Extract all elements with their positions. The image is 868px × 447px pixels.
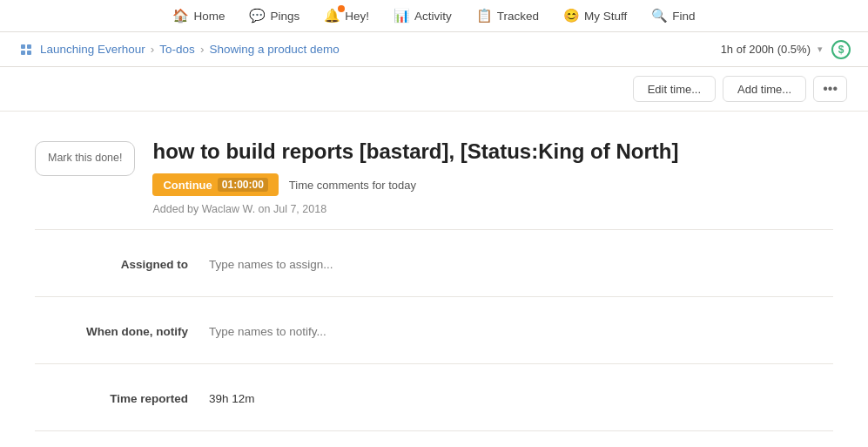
nav-find-label: Find bbox=[672, 10, 695, 23]
divider bbox=[35, 229, 833, 230]
nav-home[interactable]: 🏠 Home bbox=[160, 0, 237, 32]
time-progress-text: 1h of 200h (0.5%) bbox=[721, 43, 811, 56]
time-reported-row: Time reported 39h 12m bbox=[35, 378, 833, 417]
task-actions: Continue 01:00:00 Time comments for toda… bbox=[152, 173, 833, 196]
when-done-label: When done, notify bbox=[35, 320, 209, 338]
add-time-button[interactable]: Add time... bbox=[723, 76, 806, 102]
when-done-input[interactable] bbox=[209, 325, 833, 338]
pings-icon: 💬 bbox=[249, 8, 266, 24]
nav-tracked-label: Tracked bbox=[497, 10, 539, 23]
breadcrumb-sep-1: › bbox=[151, 43, 155, 56]
divider-3 bbox=[35, 363, 833, 364]
breadcrumb: Launching Everhour › To-dos › Showing a … bbox=[21, 43, 340, 56]
home-icon: 🏠 bbox=[172, 8, 189, 24]
breadcrumb-section[interactable]: To-dos bbox=[159, 43, 195, 56]
nav-activity-label: Activity bbox=[414, 10, 452, 23]
assigned-to-value bbox=[209, 253, 833, 271]
nav-pings[interactable]: 💬 Pings bbox=[237, 0, 312, 32]
task-title: how to build reports [bastard], [Status:… bbox=[152, 138, 833, 165]
breadcrumb-current: Showing a product demo bbox=[209, 43, 339, 56]
nav-hey[interactable]: 🔔 Hey! bbox=[312, 0, 381, 32]
breadcrumb-project[interactable]: Launching Everhour bbox=[40, 43, 145, 56]
nav-mystuff[interactable]: 😊 My Stuff bbox=[551, 0, 639, 32]
time-reported-label: Time reported bbox=[35, 387, 209, 405]
hey-badge bbox=[338, 5, 345, 12]
breadcrumb-right: 1h of 200h (0.5%) ▾ $ bbox=[721, 40, 851, 59]
task-detail: Mark this done! how to build reports [ba… bbox=[0, 112, 868, 447]
breadcrumb-sep-2: › bbox=[200, 43, 205, 56]
assigned-to-row: Assigned to bbox=[35, 244, 833, 282]
more-options-button[interactable]: ••• bbox=[813, 76, 847, 102]
divider-2 bbox=[35, 296, 833, 297]
time-comments-link[interactable]: Time comments for today bbox=[289, 179, 416, 192]
assigned-to-label: Assigned to bbox=[35, 253, 209, 271]
nav-mystuff-label: My Stuff bbox=[584, 10, 627, 23]
top-navigation: 🏠 Home 💬 Pings 🔔 Hey! 📊 Activity 📋 Track… bbox=[0, 0, 868, 32]
time-progress[interactable]: 1h of 200h (0.5%) ▾ bbox=[721, 43, 823, 56]
continue-button[interactable]: Continue 01:00:00 bbox=[152, 173, 278, 196]
tracked-icon: 📋 bbox=[476, 8, 493, 24]
find-icon: 🔍 bbox=[651, 8, 668, 24]
toolbar: Edit time... Add time... ••• bbox=[0, 67, 868, 112]
when-done-row: When done, notify bbox=[35, 311, 833, 349]
when-done-value bbox=[209, 320, 833, 338]
edit-time-button[interactable]: Edit time... bbox=[633, 76, 716, 102]
nav-pings-label: Pings bbox=[270, 10, 299, 23]
chevron-down-icon: ▾ bbox=[818, 44, 823, 55]
divider-4 bbox=[35, 430, 833, 431]
billing-icon[interactable]: $ bbox=[831, 40, 851, 59]
nav-activity[interactable]: 📊 Activity bbox=[381, 0, 464, 32]
assigned-to-input[interactable] bbox=[209, 258, 833, 271]
continue-label: Continue bbox=[163, 179, 212, 192]
continue-time: 01:00:00 bbox=[218, 178, 268, 192]
nav-find[interactable]: 🔍 Find bbox=[639, 0, 707, 32]
activity-icon: 📊 bbox=[394, 8, 410, 24]
nav-hey-label: Hey! bbox=[345, 10, 369, 23]
task-meta: Added by Waclaw W. on Jul 7, 2018 bbox=[152, 203, 833, 215]
nav-home-label: Home bbox=[193, 10, 225, 23]
time-reported-value: 39h 12m bbox=[209, 387, 833, 405]
breadcrumb-bar: Launching Everhour › To-dos › Showing a … bbox=[0, 32, 868, 67]
mystuff-icon: 😊 bbox=[563, 8, 580, 24]
task-header: Mark this done! how to build reports [ba… bbox=[35, 138, 833, 215]
nav-tracked[interactable]: 📋 Tracked bbox=[464, 0, 551, 32]
mark-done-button[interactable]: Mark this done! bbox=[35, 141, 135, 176]
task-title-block: how to build reports [bastard], [Status:… bbox=[152, 138, 833, 215]
grid-icon bbox=[21, 44, 31, 55]
main-area: Edit time... Add time... ••• Mark this d… bbox=[0, 67, 868, 447]
